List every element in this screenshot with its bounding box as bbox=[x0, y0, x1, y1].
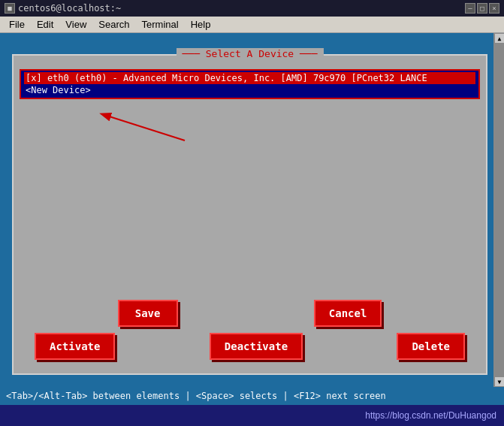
title-bar-left: ■ centos6@localhost:~ bbox=[5, 3, 121, 14]
taskbar-url: https://blog.csdn.net/DuHuangod bbox=[365, 410, 496, 421]
terminal-icon: ■ bbox=[5, 3, 15, 14]
delete-button[interactable]: Delete bbox=[397, 333, 465, 360]
cancel-button[interactable]: Cancel bbox=[314, 300, 382, 327]
action-buttons-row: Activate Deactivate Delete bbox=[27, 333, 472, 360]
maximize-button[interactable]: □ bbox=[477, 3, 487, 14]
dialog-content: [x] eth0 (eth0) - Advanced Micro Devices… bbox=[14, 56, 486, 373]
window-title: centos6@localhost:~ bbox=[18, 3, 121, 14]
save-cancel-row: Save Cancel bbox=[27, 300, 472, 327]
close-button[interactable]: × bbox=[489, 3, 499, 14]
menu-bar: File Edit View Search Terminal Help bbox=[0, 17, 504, 33]
menu-view[interactable]: View bbox=[59, 17, 92, 32]
buttons-area: Save Cancel Activate Deactivate Delete bbox=[20, 300, 480, 367]
save-button[interactable]: Save bbox=[118, 300, 178, 327]
minimize-button[interactable]: – bbox=[465, 3, 475, 14]
device-new-item[interactable]: <New Device> bbox=[24, 84, 475, 96]
menu-edit[interactable]: Edit bbox=[31, 17, 59, 32]
select-device-dialog: ─── Select A Device ─── [x] eth0 (eth0) … bbox=[12, 54, 487, 375]
svg-line-1 bbox=[102, 114, 185, 140]
arrow-svg bbox=[80, 107, 230, 148]
scrollbar[interactable]: ▲ ▼ bbox=[493, 33, 504, 387]
taskbar: https://blog.csdn.net/DuHuangod bbox=[0, 405, 504, 426]
menu-help[interactable]: Help bbox=[185, 17, 217, 32]
menu-terminal[interactable]: Terminal bbox=[136, 17, 185, 32]
title-bar: ■ centos6@localhost:~ – □ × bbox=[0, 0, 504, 17]
window-controls: – □ × bbox=[465, 3, 499, 14]
status-text: <Tab>/<Alt-Tab> between elements | <Spac… bbox=[6, 391, 386, 401]
arrow-annotation bbox=[20, 107, 480, 152]
scroll-up-button[interactable]: ▲ bbox=[494, 33, 504, 44]
menu-search[interactable]: Search bbox=[92, 17, 135, 32]
dialog-title: ─── Select A Device ─── bbox=[176, 48, 323, 59]
deactivate-button[interactable]: Deactivate bbox=[210, 333, 303, 360]
device-list[interactable]: [x] eth0 (eth0) - Advanced Micro Devices… bbox=[20, 69, 480, 99]
device-selected-item[interactable]: [x] eth0 (eth0) - Advanced Micro Devices… bbox=[24, 72, 475, 84]
activate-button[interactable]: Activate bbox=[35, 333, 115, 360]
terminal-area: ─── Select A Device ─── [x] eth0 (eth0) … bbox=[0, 33, 504, 387]
scroll-track[interactable] bbox=[494, 44, 504, 376]
menu-file[interactable]: File bbox=[3, 17, 31, 32]
scroll-down-button[interactable]: ▼ bbox=[494, 376, 504, 387]
status-bar: <Tab>/<Alt-Tab> between elements | <Spac… bbox=[0, 387, 504, 405]
